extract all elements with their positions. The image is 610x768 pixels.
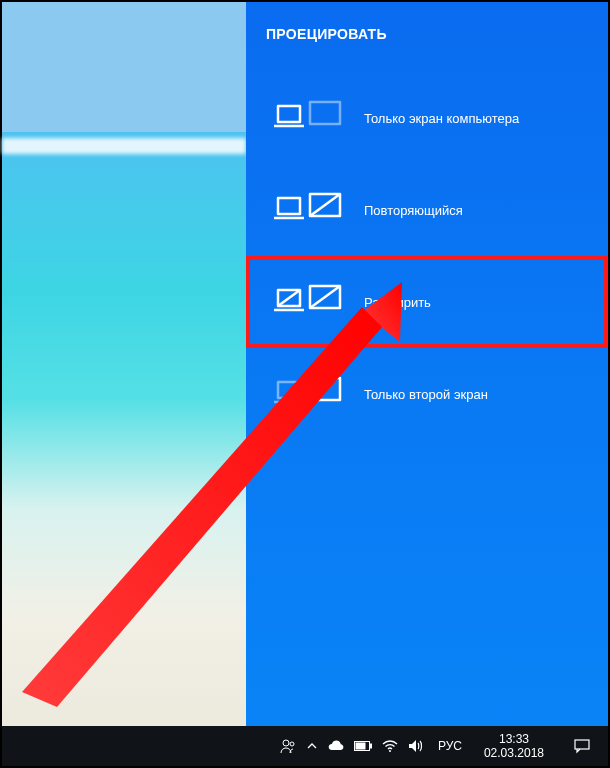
wifi-icon[interactable] [382, 740, 398, 752]
svg-rect-20 [575, 740, 589, 749]
option-extend[interactable]: Расширить [246, 256, 608, 348]
option-pc-screen-only[interactable]: Только экран компьютера [246, 72, 608, 164]
duplicate-icon [274, 188, 344, 232]
clock[interactable]: 13:33 02.03.2018 [476, 732, 552, 761]
action-center-icon[interactable] [562, 726, 602, 766]
battery-icon[interactable] [354, 741, 372, 751]
pc-screen-only-icon [274, 96, 344, 140]
svg-point-19 [389, 750, 391, 752]
option-label: Повторяющийся [364, 203, 463, 218]
svg-rect-3 [278, 198, 300, 214]
option-label: Только второй экран [364, 387, 488, 402]
second-screen-only-icon [274, 372, 344, 416]
svg-rect-2 [310, 102, 340, 124]
project-options: Только экран компьютера Повторяющийся [246, 72, 608, 440]
svg-rect-9 [278, 382, 300, 398]
option-second-screen-only[interactable]: Только второй экран [246, 348, 608, 440]
svg-point-14 [283, 740, 289, 746]
svg-rect-0 [278, 106, 300, 122]
tray-overflow-icon[interactable] [306, 740, 318, 752]
volume-icon[interactable] [408, 739, 424, 753]
svg-point-15 [290, 742, 294, 746]
panel-title: ПРОЕЦИРОВАТЬ [246, 26, 608, 42]
system-tray: РУС 13:33 02.03.2018 [274, 726, 608, 766]
extend-icon [274, 280, 344, 324]
svg-rect-18 [356, 743, 365, 749]
svg-rect-11 [310, 378, 340, 400]
clock-date: 02.03.2018 [484, 746, 544, 760]
people-icon[interactable] [280, 738, 296, 754]
option-label: Только экран компьютера [364, 111, 519, 126]
option-duplicate[interactable]: Повторяющийся [246, 164, 608, 256]
taskbar: РУС 13:33 02.03.2018 [2, 726, 608, 766]
svg-rect-17 [370, 744, 372, 748]
screen: ПРОЕЦИРОВАТЬ Только экран комп [0, 0, 610, 768]
clock-time: 13:33 [499, 732, 529, 746]
desktop-wallpaper [2, 2, 246, 726]
language-indicator[interactable]: РУС [434, 739, 466, 753]
option-label: Расширить [364, 295, 431, 310]
project-panel: ПРОЕЦИРОВАТЬ Только экран комп [246, 2, 608, 726]
onedrive-icon[interactable] [328, 740, 344, 752]
